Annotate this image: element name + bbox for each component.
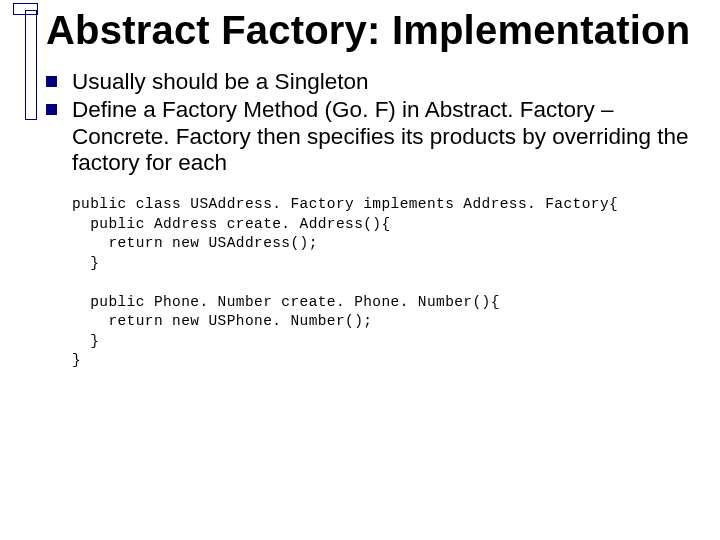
slide: Abstract Factory: Implementation Usually…	[0, 0, 720, 540]
bullet-list: Usually should be a Singleton Define a F…	[46, 69, 698, 177]
list-item: Define a Factory Method (Go. F) in Abstr…	[46, 97, 698, 177]
page-title: Abstract Factory: Implementation	[46, 8, 698, 53]
code-block: public class USAddress. Factory implemen…	[72, 195, 698, 371]
accent-vertical	[25, 10, 37, 120]
accent-horizontal	[13, 3, 38, 15]
list-item: Usually should be a Singleton	[46, 69, 698, 96]
